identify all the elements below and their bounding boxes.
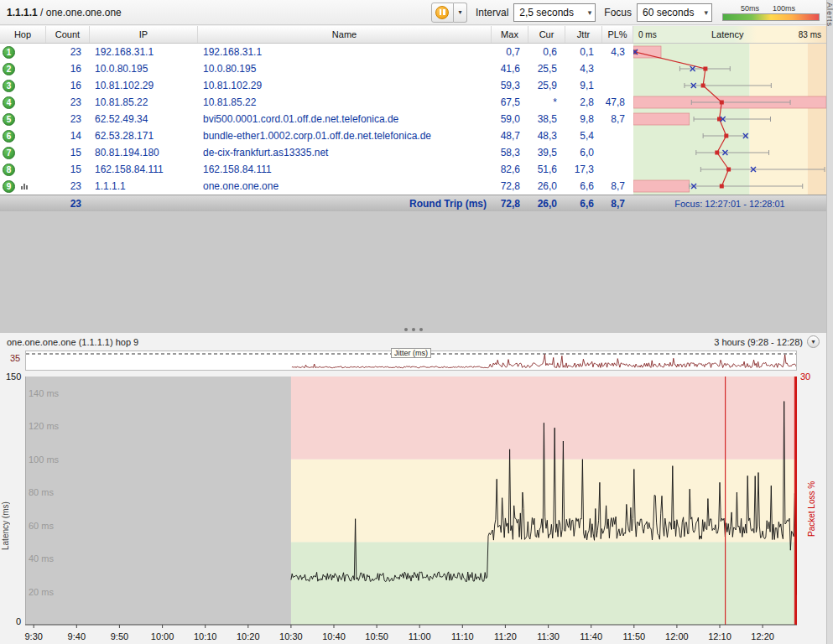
hop-number-badge: 9 (3, 180, 15, 193)
jitter-cell: 0,1 (565, 46, 602, 58)
name-cell: de-cix-frankfurt.as13335.net (198, 147, 492, 158)
time-tick-label: 10:00 (146, 631, 180, 641)
cur-cell: 51,6 (528, 164, 565, 175)
summary-count: 23 (46, 198, 90, 210)
packet-loss-axis-title: Packet Loss % (807, 425, 818, 593)
toolbar: 1.1.1.1 / one.one.one.one ▾ Interval 2,5… (0, 0, 826, 25)
count-cell: 14 (46, 130, 90, 142)
count-cell: 16 (46, 63, 90, 75)
pause-dropdown-button[interactable]: ▾ (454, 3, 467, 23)
column-header-count[interactable]: Count (46, 26, 90, 43)
time-tick-label: 9:40 (60, 631, 93, 641)
name-cell: 162.158.84.111 (198, 164, 492, 175)
latency-gradient-bar (722, 13, 820, 21)
count-cell: 16 (46, 80, 90, 91)
latency-band-label: 100 ms (29, 454, 59, 465)
count-cell: 23 (46, 46, 90, 58)
hop-number-badge: 4 (3, 96, 15, 109)
name-cell: one.one.one.one (198, 180, 492, 192)
column-header-ip[interactable]: IP (90, 26, 198, 43)
chevron-down-icon: ▾ (704, 8, 708, 17)
latency-band-label: 140 ms (29, 388, 59, 398)
cur-cell: 25,9 (528, 80, 565, 91)
loss-axis-max-label: 30 (800, 371, 810, 382)
timeline-panel: one.one.one.one (1.1.1.1) hop 9 3 hours … (0, 333, 826, 644)
latency-axis-zero-label: 0 (16, 616, 21, 626)
max-cell: 59,0 (492, 113, 528, 125)
table-row[interactable]: 71580.81.194.180de-cix-frankfurt.as13335… (0, 144, 633, 161)
latency-time-chart[interactable]: 140 ms120 ms100 ms80 ms60 ms40 ms20 ms (25, 377, 797, 628)
hop-latency-graph (633, 44, 826, 195)
table-row[interactable]: 9231.1.1.1one.one.one.one72,826,06,68,7 (0, 178, 633, 195)
column-header-cur[interactable]: Cur (528, 26, 565, 43)
jitter-cell: 5,4 (565, 130, 602, 142)
jitter-cell: 4,3 (565, 63, 602, 75)
chevron-down-icon: ▾ (588, 8, 592, 17)
hop-cell: 5 (0, 111, 46, 127)
time-tick-label: 12:00 (660, 631, 694, 641)
hop-cell: 4 (0, 94, 46, 111)
focus-value: 60 seconds (643, 7, 694, 18)
latency-band-label: 40 ms (29, 553, 54, 564)
ip-cell: 62.52.49.34 (90, 113, 198, 125)
column-header-hop[interactable]: Hop (0, 26, 46, 43)
table-row[interactable]: 123192.168.31.1192.168.31.10,70,60,14,3 (0, 44, 633, 60)
table-row[interactable]: 31610.81.102.2910.81.102.2959,325,99,1 (0, 77, 633, 94)
hop-rows: 123192.168.31.1192.168.31.10,70,60,14,32… (0, 44, 826, 195)
max-cell: 48,7 (492, 130, 528, 142)
focus-label: Focus (604, 7, 632, 18)
trace-control-group: ▾ (431, 3, 467, 23)
table-row[interactable]: 21610.0.80.19510.0.80.19541,625,54,3 (0, 60, 633, 77)
hop-cell: 9 (0, 178, 46, 195)
ip-cell: 1.1.1.1 (90, 180, 198, 192)
hop-number-badge: 7 (3, 147, 15, 159)
table-row[interactable]: 52362.52.49.34bvi500.0001.cord.01.off.de… (0, 111, 633, 127)
count-cell: 23 (46, 96, 90, 108)
table-row[interactable]: 42310.81.85.2210.81.85.2267,5*2,847,8 (0, 94, 633, 111)
time-axis: 9:309:409:5010:0010:1010:2010:3010:4010:… (0, 631, 826, 643)
chevron-down-icon: ▾ (811, 338, 815, 345)
column-header-latency[interactable]: 0 ms Latency 83 ms (633, 26, 826, 43)
column-header-jttr[interactable]: Jttr (565, 26, 602, 43)
timeline-title: one.one.one.one (1.1.1.1) hop 9 (7, 337, 138, 347)
chevron-down-icon: ▾ (458, 8, 461, 16)
latency-scale-max: 83 ms (799, 30, 821, 39)
jitter-max-label: 35 (10, 353, 20, 363)
max-cell: 72,8 (492, 180, 528, 192)
focus-select[interactable]: 60 seconds ▾ (637, 3, 712, 22)
pause-button[interactable] (431, 3, 454, 23)
column-header-max[interactable]: Max (492, 26, 528, 43)
jitter-strip[interactable]: Jitter (ms) (25, 351, 797, 371)
name-cell: 10.0.80.195 (198, 63, 492, 75)
hop-cell: 1 (0, 44, 46, 60)
max-cell: 82,6 (492, 164, 528, 175)
hop-number-badge: 2 (3, 63, 15, 75)
alerts-side-tab[interactable]: Alerts (826, 0, 833, 644)
latency-band-label: 20 ms (29, 587, 54, 597)
latency-scale-title: Latency (711, 29, 744, 39)
loss-cell: 8,7 (602, 113, 633, 125)
summary-row[interactable]: 23 Round Trip (ms) 72,8 26,0 6,6 8,7 Foc… (0, 195, 826, 211)
name-cell: 10.81.85.22 (198, 96, 492, 108)
time-tick-label: 10:50 (360, 631, 393, 641)
cur-cell: 26,0 (528, 180, 565, 192)
target-hostname: / one.one.one.one (38, 7, 122, 18)
splitter-handle[interactable] (404, 328, 423, 331)
cur-cell: * (528, 96, 565, 108)
timeline-range-button[interactable]: ▾ (807, 335, 820, 348)
hop-cell: 3 (0, 77, 46, 94)
latency-band-label: 120 ms (29, 421, 59, 431)
ip-cell: 10.0.80.195 (90, 63, 198, 75)
ip-cell: 10.81.102.29 (90, 80, 198, 91)
table-row[interactable]: 61462.53.28.171bundle-ether1.0002.corp.0… (0, 127, 633, 144)
max-cell: 41,6 (492, 63, 528, 75)
cur-cell: 48,3 (528, 130, 565, 142)
interval-select[interactable]: 2,5 seconds ▾ (513, 3, 596, 22)
table-row[interactable]: 815162.158.84.111162.158.84.11182,651,61… (0, 161, 633, 178)
hop-number-badge: 6 (3, 130, 15, 143)
summary-pl: 8,7 (602, 198, 633, 210)
column-header-pl[interactable]: PL% (602, 26, 633, 43)
column-header-name[interactable]: Name (198, 26, 492, 43)
target-ip: 1.1.1.1 (7, 7, 38, 18)
timeline-header: one.one.one.one (1.1.1.1) hop 9 3 hours … (7, 335, 820, 349)
